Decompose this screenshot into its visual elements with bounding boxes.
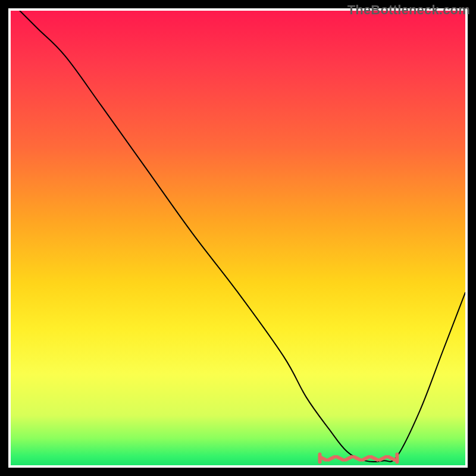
bottleneck-curve-svg <box>11 11 465 465</box>
chart-frame: TheBottleneck.com <box>0 0 476 476</box>
plot-area <box>11 11 465 465</box>
watermark-label: TheBottleneck.com <box>347 2 470 18</box>
bottleneck-curve-line <box>20 11 465 462</box>
plot-outer-border <box>8 8 468 468</box>
